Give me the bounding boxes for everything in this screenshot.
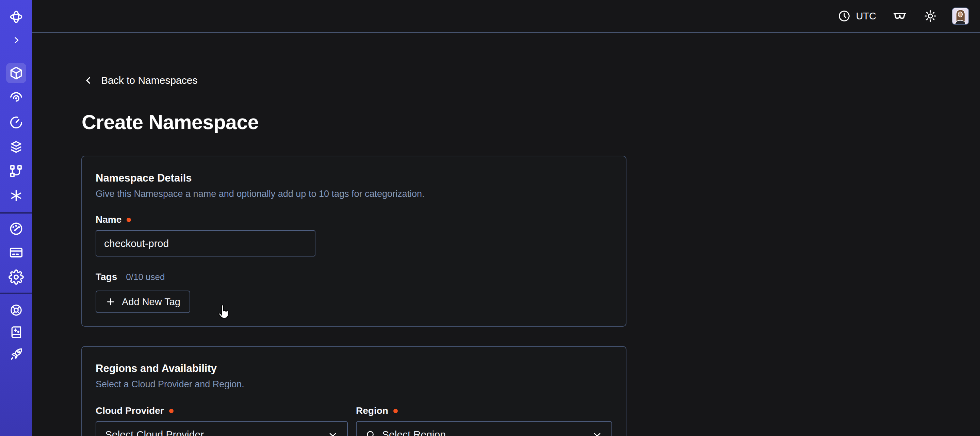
sidebar-item-usage[interactable] — [6, 219, 26, 239]
cloud-provider-field: Cloud Provider Select Cloud Provider — [95, 405, 348, 436]
glasses-icon — [892, 8, 907, 24]
sidebar-divider — [0, 212, 32, 214]
search-icon — [366, 430, 376, 436]
credit-card-icon — [8, 245, 24, 260]
required-dot — [169, 409, 173, 413]
clock-icon — [837, 9, 851, 23]
timezone-label: UTC — [856, 11, 876, 22]
gauge-icon — [8, 221, 24, 236]
asterisk-icon — [8, 188, 24, 203]
temporal-logo-icon[interactable] — [6, 7, 26, 27]
gear-icon — [8, 270, 24, 285]
cloud-provider-placeholder: Select Cloud Provider — [105, 429, 204, 436]
cube-icon — [8, 65, 24, 81]
sidebar-item-docs[interactable] — [6, 322, 26, 342]
life-ring-icon — [9, 303, 23, 317]
add-new-tag-button[interactable]: Add New Tag — [95, 291, 190, 313]
sidebar-item-billing[interactable] — [6, 243, 26, 263]
topbar: UTC — [32, 0, 980, 33]
provider-region-row: Cloud Provider Select Cloud Provider Reg… — [95, 405, 612, 436]
card-title: Regions and Availability — [95, 363, 612, 375]
name-label-text: Name — [95, 214, 121, 225]
tags-label: Tags — [95, 272, 117, 283]
sidebar-item-schedules[interactable] — [6, 112, 26, 133]
main-content: Back to Namespaces Create Namespace Name… — [32, 33, 980, 436]
sidebar-item-batch[interactable] — [6, 161, 26, 181]
cloud-provider-label-text: Cloud Provider — [95, 405, 164, 416]
chevron-down-icon — [327, 429, 338, 436]
sidebar-item-monitor[interactable] — [6, 88, 26, 108]
theme-toggle-button[interactable] — [923, 9, 937, 23]
back-to-namespaces-link[interactable]: Back to Namespaces — [83, 75, 197, 86]
sidebar-item-namespaces[interactable] — [6, 63, 26, 83]
required-dot — [393, 409, 398, 413]
sidebar-item-getting-started[interactable] — [6, 344, 26, 364]
page-title: Create Namespace — [82, 111, 259, 134]
avatar[interactable] — [952, 8, 969, 25]
tags-row: Tags 0/10 used — [95, 272, 612, 283]
sidebar-divider — [0, 292, 32, 294]
regions-card: Regions and Availability Select a Cloud … — [81, 346, 627, 436]
region-placeholder: Select Region — [382, 429, 446, 436]
timezone-selector[interactable]: UTC — [837, 9, 876, 23]
sidebar — [0, 0, 32, 436]
eye-spiral-icon — [8, 90, 24, 105]
chevron-down-icon — [592, 429, 603, 436]
feedback-button[interactable] — [892, 8, 907, 24]
sun-icon — [923, 9, 937, 23]
region-select[interactable]: Select Region — [356, 422, 612, 436]
sidebar-item-deployments[interactable] — [6, 137, 26, 157]
book-sparkle-icon — [9, 325, 23, 339]
cloud-provider-label: Cloud Provider — [95, 405, 348, 416]
region-label: Region — [356, 405, 612, 416]
card-subtitle: Select a Cloud Provider and Region. — [95, 379, 612, 390]
sidebar-item-support[interactable] — [6, 300, 26, 320]
timer-icon — [8, 115, 24, 130]
required-dot — [127, 218, 131, 222]
branch-icon — [8, 163, 24, 179]
chevron-left-icon — [83, 75, 94, 86]
chevron-right-icon[interactable] — [6, 30, 26, 50]
sidebar-item-nexus[interactable] — [6, 186, 26, 206]
name-field-label: Name — [95, 214, 612, 225]
region-field: Region Select Region — [356, 405, 612, 436]
back-link-label: Back to Namespaces — [101, 75, 197, 86]
rocket-icon — [9, 347, 23, 361]
card-title: Namespace Details — [95, 172, 612, 184]
cloud-provider-select[interactable]: Select Cloud Provider — [95, 422, 348, 436]
region-label-text: Region — [356, 405, 388, 416]
tags-used-counter: 0/10 used — [126, 272, 165, 283]
namespace-name-input[interactable] — [95, 230, 315, 257]
sidebar-item-settings[interactable] — [6, 267, 26, 287]
layers-icon — [8, 139, 24, 155]
add-tag-label: Add New Tag — [122, 296, 180, 308]
card-subtitle: Give this Namespace a name and optionall… — [95, 189, 612, 199]
namespace-details-card: Namespace Details Give this Namespace a … — [81, 156, 627, 327]
plus-icon — [105, 297, 116, 307]
